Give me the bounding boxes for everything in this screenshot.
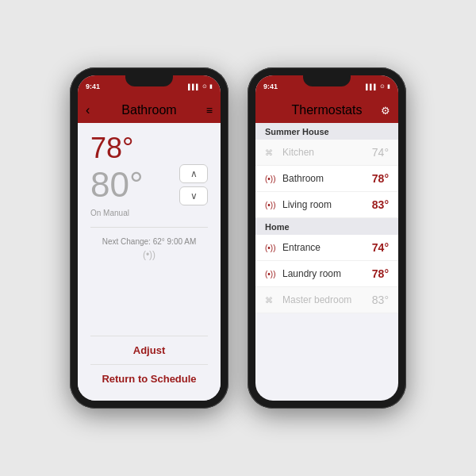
- list-item[interactable]: (•)) Bathroom 78°: [255, 166, 398, 192]
- bathroom-wifi-icon: (•)): [265, 175, 276, 183]
- kitchen-wifi-icon: ⌘: [265, 148, 276, 157]
- kitchen-temp: 74°: [372, 146, 389, 159]
- right-phone: 9:41 ▌▌▌ ⊙ ▮ Thermostats ⚙ Summer House …: [248, 67, 406, 409]
- next-change-text: Next Change: 62° 9:00 AM: [90, 237, 208, 246]
- left-header-title: Bathroom: [121, 103, 176, 117]
- left-main: 78° 80° ∧ ∨ On Manual Next Change: 62° 9…: [78, 123, 221, 401]
- notch: [125, 75, 173, 86]
- list-item[interactable]: ⌘ Kitchen 74°: [255, 140, 398, 166]
- kitchen-name: Kitchen: [282, 147, 366, 158]
- right-time: 9:41: [263, 83, 278, 90]
- livingroom-temp: 83°: [372, 198, 389, 211]
- adjust-button[interactable]: Adjust: [90, 336, 208, 364]
- back-button[interactable]: ‹: [86, 103, 90, 117]
- signal-icon: ▌▌▌: [188, 84, 200, 90]
- right-header-title: Thermostats: [292, 103, 363, 117]
- right-header: Thermostats ⚙: [255, 98, 398, 123]
- manual-label: On Manual: [90, 209, 208, 217]
- list-item[interactable]: (•)) Entrance 74°: [255, 235, 398, 261]
- right-screen-content: Summer House ⌘ Kitchen 74° (•)) Bathroom…: [255, 123, 398, 401]
- section-summer-house: Summer House: [255, 123, 398, 140]
- left-time: 9:41: [86, 83, 100, 90]
- bathroom-name: Bathroom: [282, 173, 366, 184]
- entrance-name: Entrance: [282, 242, 366, 253]
- right-status-icons: ▌▌▌ ⊙ ▮: [366, 83, 390, 90]
- left-status-bar: 9:41 ▌▌▌ ⊙ ▮: [78, 75, 221, 98]
- set-temp-display: 80°: [90, 167, 144, 202]
- laundry-temp: 78°: [372, 267, 389, 280]
- right-wifi-icon: ⊙: [380, 83, 385, 90]
- left-status-icons: ▌▌▌ ⊙ ▮: [188, 83, 213, 90]
- battery-icon: ▮: [209, 83, 213, 90]
- right-battery-icon: ▮: [387, 83, 390, 90]
- masterbedroom-temp: 83°: [372, 294, 389, 306]
- entrance-wifi-icon: (•)): [265, 244, 276, 252]
- livingroom-wifi-icon: (•)): [265, 201, 276, 209]
- wifi-status-icon: ⊙: [202, 83, 207, 90]
- temp-down-button[interactable]: ∨: [179, 186, 208, 205]
- set-temp-row: 80° ∧ ∨: [90, 164, 208, 205]
- right-screen: 9:41 ▌▌▌ ⊙ ▮ Thermostats ⚙ Summer House …: [255, 75, 398, 401]
- menu-button[interactable]: ≡: [206, 104, 213, 117]
- wifi-small-icon: (•)): [90, 249, 208, 260]
- divider-1: [90, 227, 208, 228]
- right-signal-icon: ▌▌▌: [366, 84, 378, 90]
- return-schedule-button[interactable]: Return to Schedule: [90, 364, 208, 393]
- list-item[interactable]: (•)) Living room 83°: [255, 192, 398, 218]
- left-screen: 9:41 ▌▌▌ ⊙ ▮ ‹ Bathroom ≡ 78° 80° ∧ ∨: [78, 75, 221, 401]
- left-header: ‹ Bathroom ≡: [78, 98, 221, 123]
- list-item[interactable]: (•)) Laundry room 78°: [255, 261, 398, 287]
- laundry-wifi-icon: (•)): [265, 270, 276, 278]
- section-home: Home: [255, 218, 398, 235]
- list-item[interactable]: ⌘ Master bedroom 83°: [255, 287, 398, 313]
- temp-up-button[interactable]: ∧: [179, 164, 208, 183]
- right-notch: [303, 75, 351, 86]
- bathroom-temp: 78°: [372, 172, 389, 185]
- laundry-name: Laundry room: [282, 268, 366, 279]
- left-screen-content: 78° 80° ∧ ∨ On Manual Next Change: 62° 9…: [78, 123, 221, 401]
- entrance-temp: 74°: [372, 241, 389, 254]
- masterbedroom-wifi-icon: ⌘: [265, 296, 276, 305]
- current-temp-display: 78°: [90, 134, 208, 163]
- masterbedroom-name: Master bedroom: [282, 294, 366, 305]
- temp-controls: ∧ ∨: [179, 164, 208, 205]
- right-status-bar: 9:41 ▌▌▌ ⊙ ▮: [255, 75, 398, 98]
- livingroom-name: Living room: [282, 199, 366, 210]
- left-phone: 9:41 ▌▌▌ ⊙ ▮ ‹ Bathroom ≡ 78° 80° ∧ ∨: [70, 67, 228, 409]
- gear-button[interactable]: ⚙: [381, 105, 390, 117]
- spacer: [90, 260, 208, 336]
